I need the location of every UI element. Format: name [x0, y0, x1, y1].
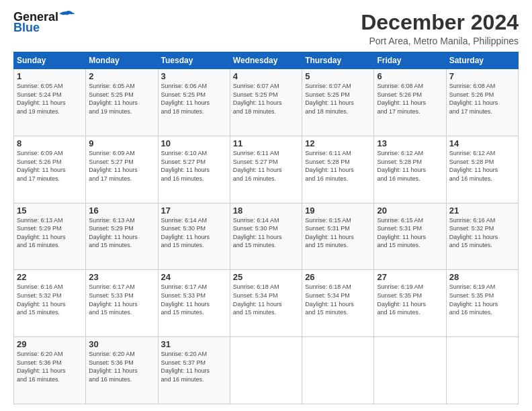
table-row: 19Sunrise: 6:15 AMSunset: 5:31 PMDayligh…: [302, 203, 374, 270]
table-row: 24Sunrise: 6:17 AMSunset: 5:33 PMDayligh…: [158, 270, 230, 337]
logo-blue-text: Blue: [13, 21, 40, 34]
calendar-header-friday: Friday: [374, 52, 446, 69]
main-title: December 2024: [361, 11, 519, 34]
title-block: December 2024 Port Area, Metro Manila, P…: [361, 11, 519, 46]
calendar-header-sunday: Sunday: [14, 52, 86, 69]
table-row: 29Sunrise: 6:20 AMSunset: 5:36 PMDayligh…: [14, 337, 86, 404]
calendar-header-monday: Monday: [86, 52, 158, 69]
table-row: 13Sunrise: 6:12 AMSunset: 5:28 PMDayligh…: [374, 136, 446, 203]
table-row: 21Sunrise: 6:16 AMSunset: 5:32 PMDayligh…: [446, 203, 518, 270]
calendar-table: SundayMondayTuesdayWednesdayThursdayFrid…: [13, 52, 519, 404]
table-row: 3Sunrise: 6:06 AMSunset: 5:25 PMDaylight…: [158, 69, 230, 136]
table-row: [374, 337, 446, 404]
page: General Blue December 2024 Port Area, Me…: [0, 0, 532, 411]
table-row: 16Sunrise: 6:13 AMSunset: 5:29 PMDayligh…: [86, 203, 158, 270]
table-row: [230, 337, 302, 404]
table-row: 17Sunrise: 6:14 AMSunset: 5:30 PMDayligh…: [158, 203, 230, 270]
header: General Blue December 2024 Port Area, Me…: [13, 11, 519, 46]
calendar-header-thursday: Thursday: [302, 52, 374, 69]
table-row: 14Sunrise: 6:12 AMSunset: 5:28 PMDayligh…: [446, 136, 518, 203]
logo-bird-icon: [60, 10, 75, 21]
calendar-header-tuesday: Tuesday: [158, 52, 230, 69]
table-row: 12Sunrise: 6:11 AMSunset: 5:28 PMDayligh…: [302, 136, 374, 203]
table-row: 10Sunrise: 6:10 AMSunset: 5:27 PMDayligh…: [158, 136, 230, 203]
table-row: 18Sunrise: 6:14 AMSunset: 5:30 PMDayligh…: [230, 203, 302, 270]
calendar-week-1: 1Sunrise: 6:05 AMSunset: 5:24 PMDaylight…: [14, 69, 519, 136]
table-row: 15Sunrise: 6:13 AMSunset: 5:29 PMDayligh…: [14, 203, 86, 270]
calendar-week-3: 15Sunrise: 6:13 AMSunset: 5:29 PMDayligh…: [14, 203, 519, 270]
table-row: 25Sunrise: 6:18 AMSunset: 5:34 PMDayligh…: [230, 270, 302, 337]
table-row: 31Sunrise: 6:20 AMSunset: 5:37 PMDayligh…: [158, 337, 230, 404]
calendar-header-wednesday: Wednesday: [230, 52, 302, 69]
table-row: 9Sunrise: 6:09 AMSunset: 5:27 PMDaylight…: [86, 136, 158, 203]
calendar-header-row: SundayMondayTuesdayWednesdayThursdayFrid…: [14, 52, 519, 69]
subtitle: Port Area, Metro Manila, Philippines: [361, 36, 519, 46]
table-row: 28Sunrise: 6:19 AMSunset: 5:35 PMDayligh…: [446, 270, 518, 337]
table-row: 8Sunrise: 6:09 AMSunset: 5:26 PMDaylight…: [14, 136, 86, 203]
table-row: 2Sunrise: 6:05 AMSunset: 5:25 PMDaylight…: [86, 69, 158, 136]
table-row: 22Sunrise: 6:16 AMSunset: 5:32 PMDayligh…: [14, 270, 86, 337]
table-row: 11Sunrise: 6:11 AMSunset: 5:27 PMDayligh…: [230, 136, 302, 203]
calendar-week-5: 29Sunrise: 6:20 AMSunset: 5:36 PMDayligh…: [14, 337, 519, 404]
table-row: 20Sunrise: 6:15 AMSunset: 5:31 PMDayligh…: [374, 203, 446, 270]
calendar-header-saturday: Saturday: [446, 52, 518, 69]
table-row: 5Sunrise: 6:07 AMSunset: 5:25 PMDaylight…: [302, 69, 374, 136]
table-row: 6Sunrise: 6:08 AMSunset: 5:26 PMDaylight…: [374, 69, 446, 136]
table-row: [446, 337, 518, 404]
calendar-week-4: 22Sunrise: 6:16 AMSunset: 5:32 PMDayligh…: [14, 270, 519, 337]
table-row: 4Sunrise: 6:07 AMSunset: 5:25 PMDaylight…: [230, 69, 302, 136]
calendar-week-2: 8Sunrise: 6:09 AMSunset: 5:26 PMDaylight…: [14, 136, 519, 203]
table-row: 26Sunrise: 6:18 AMSunset: 5:34 PMDayligh…: [302, 270, 374, 337]
table-row: 7Sunrise: 6:08 AMSunset: 5:26 PMDaylight…: [446, 69, 518, 136]
table-row: [302, 337, 374, 404]
logo: General Blue: [13, 11, 75, 34]
table-row: 23Sunrise: 6:17 AMSunset: 5:33 PMDayligh…: [86, 270, 158, 337]
table-row: 30Sunrise: 6:20 AMSunset: 5:36 PMDayligh…: [86, 337, 158, 404]
table-row: 27Sunrise: 6:19 AMSunset: 5:35 PMDayligh…: [374, 270, 446, 337]
table-row: 1Sunrise: 6:05 AMSunset: 5:24 PMDaylight…: [14, 69, 86, 136]
